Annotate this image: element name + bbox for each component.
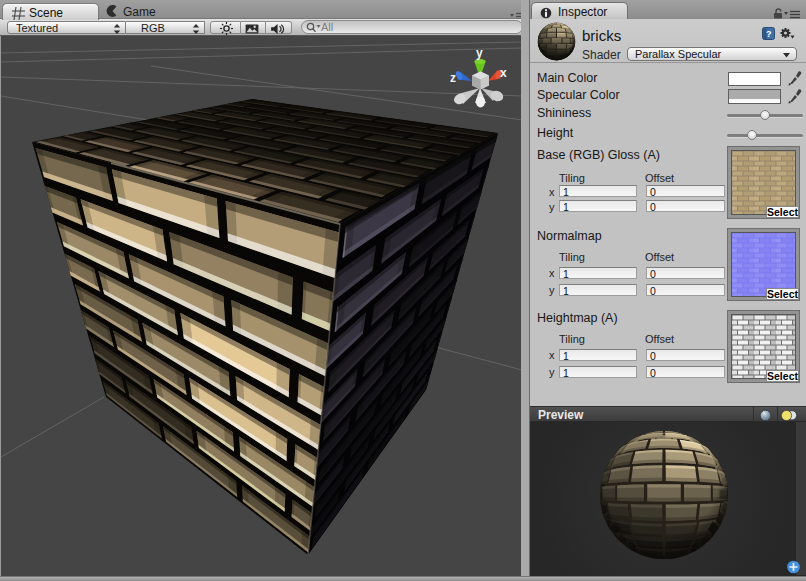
svg-text:?: ? [766,29,772,39]
svg-text:x: x [500,66,507,80]
svg-text:y: y [476,46,483,60]
svg-text:z: z [450,71,456,85]
